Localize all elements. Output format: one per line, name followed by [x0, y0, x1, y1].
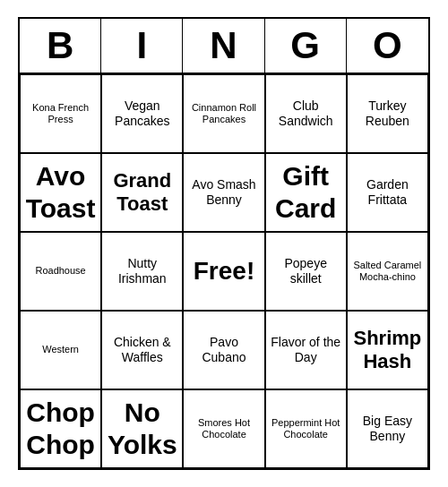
- cell-text: Peppermint Hot Chocolate: [270, 417, 342, 440]
- header-letter: N: [183, 19, 264, 73]
- bingo-cell: Peppermint Hot Chocolate: [265, 389, 347, 468]
- bingo-cell: Avo Smash Benny: [183, 153, 264, 232]
- bingo-cell: Turkey Reuben: [347, 74, 428, 153]
- cell-text: Turkey Reuben: [351, 98, 424, 129]
- cell-text: Pavo Cubano: [187, 335, 260, 365]
- bingo-cell: Vegan Pancakes: [101, 74, 183, 153]
- bingo-cell: Free!: [183, 232, 264, 311]
- bingo-cell: Big Easy Benny: [347, 389, 428, 468]
- cell-text: Flavor of the Day: [270, 335, 342, 365]
- cell-text: Roadhouse: [35, 265, 85, 277]
- cell-text: Free!: [194, 256, 254, 286]
- bingo-cell: Shrimp Hash: [347, 311, 428, 389]
- cell-text: Chicken & Waffles: [106, 335, 178, 365]
- header-letter: G: [265, 19, 347, 73]
- bingo-cell: Popeye skillet: [265, 232, 347, 311]
- cell-text: Club Sandwich: [270, 98, 342, 129]
- bingo-cell: Smores Hot Chocolate: [183, 389, 264, 468]
- bingo-cell: Gift Card: [265, 153, 347, 232]
- bingo-cell: Western: [20, 311, 101, 389]
- cell-text: Kona French Press: [24, 102, 97, 125]
- cell-text: Garden Frittata: [351, 177, 424, 208]
- bingo-cell: Roadhouse: [20, 232, 101, 311]
- bingo-cell: Salted Caramel Mocha-chino: [347, 232, 428, 311]
- cell-text: Cinnamon Roll Pancakes: [187, 102, 260, 125]
- cell-text: Avo Smash Benny: [187, 177, 260, 208]
- header-letter: B: [20, 19, 101, 73]
- bingo-grid: Kona French PressVegan PancakesCinnamon …: [20, 74, 428, 468]
- cell-text: Grand Toast: [106, 169, 178, 217]
- cell-text: Nutty Irishman: [106, 256, 178, 286]
- cell-text: Vegan Pancakes: [106, 98, 178, 129]
- bingo-cell: Garden Frittata: [347, 153, 428, 232]
- header-letter: I: [101, 19, 183, 73]
- bingo-cell: Flavor of the Day: [265, 311, 347, 389]
- bingo-cell: Avo Toast: [20, 153, 101, 232]
- bingo-cell: Cinnamon Roll Pancakes: [183, 74, 264, 153]
- cell-text: Gift Card: [270, 160, 342, 225]
- cell-text: No Yolks: [106, 397, 178, 461]
- bingo-cell: Chop Chop: [20, 389, 101, 468]
- bingo-cell: Grand Toast: [101, 153, 183, 232]
- cell-text: Avo Toast: [24, 160, 97, 225]
- bingo-cell: Club Sandwich: [265, 74, 347, 153]
- bingo-cell: No Yolks: [101, 389, 183, 468]
- header-letter: O: [347, 19, 428, 73]
- bingo-cell: Nutty Irishman: [101, 232, 183, 311]
- bingo-cell: Chicken & Waffles: [101, 311, 183, 389]
- bingo-cell: Pavo Cubano: [183, 311, 264, 389]
- cell-text: Popeye skillet: [270, 256, 342, 286]
- bingo-card: BINGO Kona French PressVegan PancakesCin…: [18, 17, 430, 470]
- cell-text: Shrimp Hash: [351, 327, 424, 374]
- cell-text: Salted Caramel Mocha-chino: [351, 260, 424, 283]
- cell-text: Western: [42, 344, 79, 355]
- cell-text: Big Easy Benny: [351, 414, 424, 444]
- cell-text: Chop Chop: [24, 397, 97, 461]
- cell-text: Smores Hot Chocolate: [187, 417, 260, 440]
- bingo-cell: Kona French Press: [20, 74, 101, 153]
- bingo-header: BINGO: [20, 19, 428, 74]
